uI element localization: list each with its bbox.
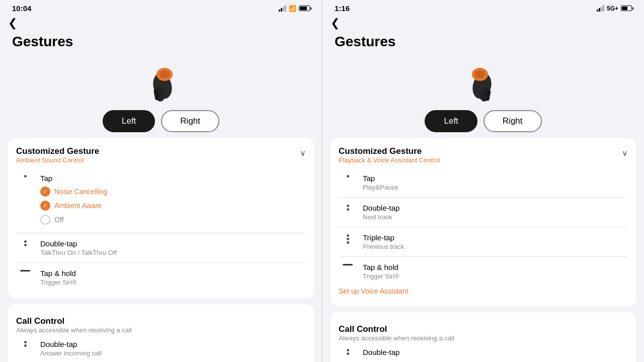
tap-radio-group-left: ✓ Noise Cancelling ✓ Ambient Aware Off (40, 185, 306, 227)
double-tap-icon-right (339, 204, 357, 211)
svg-point-3 (159, 70, 170, 78)
divider-3-right (339, 256, 628, 257)
gesture-row-doubletap-right: Double-tap Next track (339, 200, 628, 225)
earbud-image-left (0, 56, 322, 106)
call-doubletap-content-right: Double-tap (363, 348, 628, 357)
call-doubletap-right: Double-tap (339, 344, 628, 361)
card-title-left: Customized Gesture Ambient Sound Control (16, 146, 99, 168)
battery-icon-left (299, 6, 310, 11)
tap-icon-left (16, 174, 34, 177)
back-icon-right: ❮ (331, 17, 340, 29)
doubletap-content-right: Double-tap Next track (363, 204, 628, 221)
gesture-row-doubletap-left: Double-tap TalkThru On / TalkThru Off (16, 235, 306, 260)
signal-icon-right (597, 5, 604, 12)
card-header-right: Customized Gesture Playback & Voice Assi… (339, 146, 628, 168)
status-icons-left: 📶 (279, 5, 310, 12)
left-tab-button-left[interactable]: Left (103, 110, 155, 132)
time-left: 10:04 (12, 4, 31, 13)
status-bar-right: 1:16 5G+ (323, 0, 644, 15)
chevron-down-icon-left[interactable]: ∨ (300, 148, 306, 158)
network-type-right: 5G+ (607, 5, 618, 12)
divider-2-left (16, 262, 306, 263)
radio-checked-icon-2: ✓ (40, 201, 50, 211)
call-double-tap-icon-right (339, 348, 357, 355)
toggle-row-right: Left Right (323, 106, 644, 138)
battery-icon-right (621, 6, 632, 11)
toggle-row-left: Left Right (0, 106, 322, 138)
tap-content-right: Tap Play&Pause (363, 174, 628, 191)
triple-tap-icon-right (339, 233, 357, 244)
card-header-left: Customized Gesture Ambient Sound Control… (16, 146, 306, 168)
radio-checked-icon: ✓ (40, 187, 50, 197)
call-control-card-right: Call Control Always accessible when rece… (331, 312, 636, 362)
back-button-left[interactable]: ❮ (0, 15, 322, 34)
status-bar-left: 10:04 📶 (0, 0, 322, 15)
right-tab-button-right[interactable]: Right (484, 110, 542, 132)
content-right: Customized Gesture Playback & Voice Assi… (323, 138, 644, 362)
tap-hold-icon-left (16, 269, 34, 272)
tap-content-left: Tap ✓ Noise Cancelling ✓ Ambient Aware (40, 174, 306, 227)
divider-1-right (339, 197, 628, 198)
customized-gesture-card-left: Customized Gesture Ambient Sound Control… (8, 138, 314, 298)
gesture-row-taphold-right: Tap & hold Trigger Siri® (339, 259, 628, 284)
off-option[interactable]: Off (40, 213, 306, 227)
earbud-image-right (323, 56, 644, 106)
signal-icon-left (279, 5, 286, 12)
gesture-row-tripletap-right: Triple-tap Previous track (339, 229, 628, 254)
gesture-row-tap-left: Tap ✓ Noise Cancelling ✓ Ambient Aware (16, 170, 306, 231)
call-doubletap-content-left: Double-tap Answer incoming call (40, 340, 306, 357)
tripletap-content-right: Triple-tap Previous track (363, 233, 628, 250)
left-tab-button-right[interactable]: Left (425, 110, 477, 132)
earbud-svg-left (138, 58, 184, 104)
taphold-content-right: Tap & hold Trigger Siri® (363, 263, 628, 280)
earbud-svg-right (461, 58, 506, 104)
call-control-header-right: Call Control Always accessible when rece… (339, 320, 628, 344)
wifi-icon-left: 📶 (289, 5, 296, 12)
time-right: 1:16 (335, 4, 350, 13)
content-left: Customized Gesture Ambient Sound Control… (0, 138, 322, 362)
back-icon-left: ❮ (8, 17, 17, 29)
gesture-row-tap-right: Tap Play&Pause (339, 170, 628, 195)
double-tap-icon-left (16, 239, 34, 246)
chevron-down-icon-right[interactable]: ∨ (622, 148, 628, 158)
page-title-right: Gestures (323, 34, 644, 56)
svg-point-8 (475, 70, 485, 78)
noise-cancelling-option[interactable]: ✓ Noise Cancelling (40, 185, 306, 199)
taphold-content-left: Tap & hold Trigger Siri® (40, 269, 306, 286)
ambient-aware-option[interactable]: ✓ Ambient Aware (40, 199, 306, 213)
page-title-left: Gestures (0, 34, 322, 56)
divider-1-left (16, 233, 306, 233)
tap-icon-right (339, 174, 357, 177)
radio-unchecked-icon (40, 215, 50, 225)
doubletap-content-left: Double-tap TalkThru On / TalkThru Off (40, 239, 306, 256)
voice-assistant-link[interactable]: Set up Voice Assistant (339, 284, 628, 298)
call-double-tap-icon-left (16, 340, 34, 347)
customized-gesture-card-right: Customized Gesture Playback & Voice Assi… (331, 138, 636, 306)
gesture-row-taphold-left: Tap & hold Trigger Siri® (16, 265, 306, 290)
back-button-right[interactable]: ❮ (323, 15, 644, 34)
tap-hold-icon-right (339, 263, 357, 265)
status-icons-right: 5G+ (597, 5, 632, 12)
left-phone: 10:04 📶 ❮ Gestures Left (0, 0, 322, 362)
right-tab-button-left[interactable]: Right (161, 110, 219, 132)
call-doubletap-left: Double-tap Answer incoming call (16, 336, 306, 361)
call-control-card-left: Call Control Always accessible when rece… (8, 304, 314, 362)
call-control-header-left: Call Control Always accessible when rece… (16, 312, 306, 336)
card-title-right: Customized Gesture Playback & Voice Assi… (339, 146, 440, 168)
right-phone: 1:16 5G+ ❮ Gestures Left Right (322, 0, 644, 362)
divider-2-right (339, 227, 628, 227)
